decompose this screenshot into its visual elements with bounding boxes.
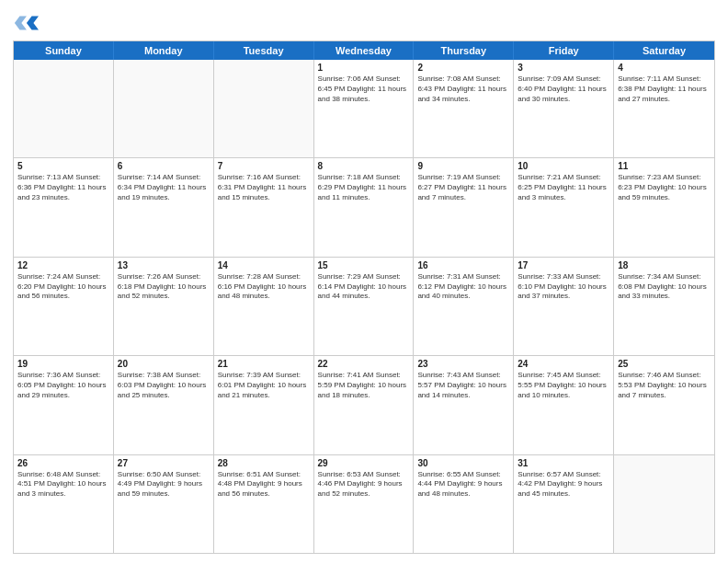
day-number: 30	[417, 458, 509, 468]
day-info: Sunrise: 6:48 AM Sunset: 4:51 PM Dayligh…	[17, 470, 109, 500]
day-cell-7: 7Sunrise: 7:16 AM Sunset: 6:31 PM Daylig…	[214, 158, 314, 256]
day-cell-31: 31Sunrise: 6:57 AM Sunset: 4:42 PM Dayli…	[514, 455, 614, 553]
day-info: Sunrise: 7:38 AM Sunset: 6:03 PM Dayligh…	[118, 371, 210, 400]
day-info: Sunrise: 6:55 AM Sunset: 4:44 PM Dayligh…	[417, 470, 509, 500]
day-number: 19	[17, 359, 109, 369]
day-number: 4	[618, 63, 711, 73]
week-row-2: 12Sunrise: 7:24 AM Sunset: 6:20 PM Dayli…	[14, 257, 714, 355]
day-cell-21: 21Sunrise: 7:39 AM Sunset: 6:01 PM Dayli…	[214, 356, 314, 454]
day-cell-3: 3Sunrise: 7:09 AM Sunset: 6:40 PM Daylig…	[514, 60, 614, 157]
header-day-friday: Friday	[514, 41, 614, 60]
header-day-tuesday: Tuesday	[214, 41, 314, 60]
header-day-sunday: Sunday	[14, 41, 114, 60]
day-number: 3	[518, 63, 609, 73]
day-info: Sunrise: 7:24 AM Sunset: 6:20 PM Dayligh…	[17, 272, 109, 302]
day-info: Sunrise: 7:41 AM Sunset: 5:59 PM Dayligh…	[318, 371, 410, 400]
day-number: 17	[518, 260, 609, 270]
week-row-1: 5Sunrise: 7:13 AM Sunset: 6:36 PM Daylig…	[14, 157, 714, 256]
day-cell-27: 27Sunrise: 6:50 AM Sunset: 4:49 PM Dayli…	[114, 455, 214, 553]
day-info: Sunrise: 7:23 AM Sunset: 6:23 PM Dayligh…	[618, 173, 711, 202]
header	[13, 9, 715, 35]
day-info: Sunrise: 7:19 AM Sunset: 6:27 PM Dayligh…	[417, 173, 509, 202]
day-number: 5	[17, 161, 109, 171]
empty-cell	[614, 455, 714, 553]
day-cell-15: 15Sunrise: 7:29 AM Sunset: 6:14 PM Dayli…	[314, 258, 415, 355]
week-row-4: 26Sunrise: 6:48 AM Sunset: 4:51 PM Dayli…	[14, 454, 714, 553]
day-cell-12: 12Sunrise: 7:24 AM Sunset: 6:20 PM Dayli…	[14, 258, 114, 355]
day-info: Sunrise: 7:21 AM Sunset: 6:25 PM Dayligh…	[518, 173, 609, 202]
day-cell-8: 8Sunrise: 7:18 AM Sunset: 6:29 PM Daylig…	[314, 158, 415, 256]
day-info: Sunrise: 7:18 AM Sunset: 6:29 PM Dayligh…	[318, 173, 410, 202]
day-info: Sunrise: 7:09 AM Sunset: 6:40 PM Dayligh…	[518, 75, 609, 104]
day-number: 26	[17, 458, 109, 468]
day-number: 13	[118, 260, 210, 270]
day-number: 7	[218, 161, 310, 171]
day-cell-14: 14Sunrise: 7:28 AM Sunset: 6:16 PM Dayli…	[214, 258, 314, 355]
day-cell-23: 23Sunrise: 7:43 AM Sunset: 5:57 PM Dayli…	[414, 356, 514, 454]
day-cell-6: 6Sunrise: 7:14 AM Sunset: 6:34 PM Daylig…	[114, 158, 214, 256]
day-cell-22: 22Sunrise: 7:41 AM Sunset: 5:59 PM Dayli…	[314, 356, 415, 454]
day-info: Sunrise: 7:43 AM Sunset: 5:57 PM Dayligh…	[417, 371, 509, 400]
day-info: Sunrise: 7:16 AM Sunset: 6:31 PM Dayligh…	[218, 173, 310, 202]
day-info: Sunrise: 7:31 AM Sunset: 6:12 PM Dayligh…	[417, 272, 509, 302]
calendar-body: 1Sunrise: 7:06 AM Sunset: 6:45 PM Daylig…	[14, 60, 714, 553]
day-info: Sunrise: 7:33 AM Sunset: 6:10 PM Dayligh…	[518, 272, 609, 302]
day-number: 24	[518, 359, 609, 369]
day-cell-29: 29Sunrise: 6:53 AM Sunset: 4:46 PM Dayli…	[314, 455, 415, 553]
day-info: Sunrise: 7:26 AM Sunset: 6:18 PM Dayligh…	[118, 272, 210, 302]
day-info: Sunrise: 6:50 AM Sunset: 4:49 PM Dayligh…	[118, 470, 210, 500]
day-cell-24: 24Sunrise: 7:45 AM Sunset: 5:55 PM Dayli…	[514, 356, 614, 454]
day-number: 14	[218, 260, 310, 270]
calendar: SundayMondayTuesdayWednesdayThursdayFrid…	[13, 40, 715, 554]
day-cell-26: 26Sunrise: 6:48 AM Sunset: 4:51 PM Dayli…	[14, 455, 114, 553]
day-cell-17: 17Sunrise: 7:33 AM Sunset: 6:10 PM Dayli…	[514, 258, 614, 355]
day-info: Sunrise: 7:13 AM Sunset: 6:36 PM Dayligh…	[17, 173, 109, 202]
day-number: 29	[318, 458, 410, 468]
day-number: 6	[118, 161, 210, 171]
header-day-saturday: Saturday	[614, 41, 714, 60]
day-info: Sunrise: 6:53 AM Sunset: 4:46 PM Dayligh…	[318, 470, 410, 500]
day-number: 25	[618, 359, 711, 369]
day-cell-30: 30Sunrise: 6:55 AM Sunset: 4:44 PM Dayli…	[414, 455, 514, 553]
day-number: 1	[318, 63, 410, 73]
day-info: Sunrise: 7:39 AM Sunset: 6:01 PM Dayligh…	[218, 371, 310, 400]
empty-cell	[114, 60, 214, 157]
week-row-3: 19Sunrise: 7:36 AM Sunset: 6:05 PM Dayli…	[14, 355, 714, 454]
day-cell-4: 4Sunrise: 7:11 AM Sunset: 6:38 PM Daylig…	[614, 60, 714, 157]
calendar-header: SundayMondayTuesdayWednesdayThursdayFrid…	[14, 41, 714, 60]
day-cell-18: 18Sunrise: 7:34 AM Sunset: 6:08 PM Dayli…	[614, 258, 714, 355]
day-number: 9	[417, 161, 509, 171]
day-info: Sunrise: 7:06 AM Sunset: 6:45 PM Dayligh…	[318, 75, 410, 104]
svg-marker-1	[15, 16, 27, 29]
day-cell-16: 16Sunrise: 7:31 AM Sunset: 6:12 PM Dayli…	[414, 258, 514, 355]
day-number: 8	[318, 161, 410, 171]
day-number: 21	[218, 359, 310, 369]
day-number: 27	[118, 458, 210, 468]
logo-icon	[13, 9, 39, 35]
day-number: 18	[618, 260, 711, 270]
day-number: 22	[318, 359, 410, 369]
day-info: Sunrise: 7:45 AM Sunset: 5:55 PM Dayligh…	[518, 371, 609, 400]
day-info: Sunrise: 7:34 AM Sunset: 6:08 PM Dayligh…	[618, 272, 711, 302]
header-day-wednesday: Wednesday	[314, 41, 415, 60]
day-number: 23	[417, 359, 509, 369]
logo	[13, 9, 42, 35]
day-cell-13: 13Sunrise: 7:26 AM Sunset: 6:18 PM Dayli…	[114, 258, 214, 355]
day-cell-1: 1Sunrise: 7:06 AM Sunset: 6:45 PM Daylig…	[314, 60, 415, 157]
empty-cell	[14, 60, 114, 157]
day-info: Sunrise: 7:11 AM Sunset: 6:38 PM Dayligh…	[618, 75, 711, 104]
day-cell-2: 2Sunrise: 7:08 AM Sunset: 6:43 PM Daylig…	[414, 60, 514, 157]
day-info: Sunrise: 7:46 AM Sunset: 5:53 PM Dayligh…	[618, 371, 711, 400]
day-number: 2	[417, 63, 509, 73]
day-number: 31	[518, 458, 609, 468]
day-info: Sunrise: 7:28 AM Sunset: 6:16 PM Dayligh…	[218, 272, 310, 302]
day-number: 28	[218, 458, 310, 468]
day-info: Sunrise: 7:14 AM Sunset: 6:34 PM Dayligh…	[118, 173, 210, 202]
day-cell-10: 10Sunrise: 7:21 AM Sunset: 6:25 PM Dayli…	[514, 158, 614, 256]
day-cell-9: 9Sunrise: 7:19 AM Sunset: 6:27 PM Daylig…	[414, 158, 514, 256]
day-number: 15	[318, 260, 410, 270]
day-cell-19: 19Sunrise: 7:36 AM Sunset: 6:05 PM Dayli…	[14, 356, 114, 454]
day-cell-28: 28Sunrise: 6:51 AM Sunset: 4:48 PM Dayli…	[214, 455, 314, 553]
day-number: 10	[518, 161, 609, 171]
day-info: Sunrise: 7:08 AM Sunset: 6:43 PM Dayligh…	[417, 75, 509, 104]
